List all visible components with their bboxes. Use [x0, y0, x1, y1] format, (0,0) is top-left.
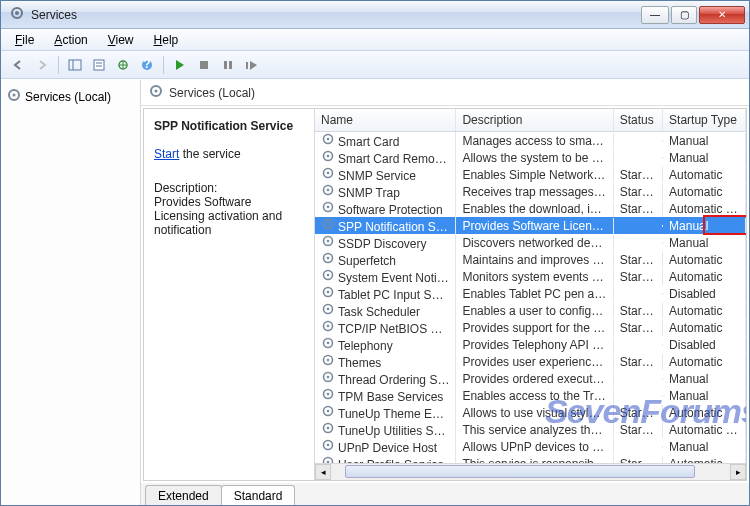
cell-startup: Automatic — [663, 167, 746, 183]
list-pane: Name Description Status Startup Type Sev… — [314, 109, 746, 480]
service-icon — [321, 234, 335, 251]
scroll-left-arrow[interactable]: ◂ — [315, 464, 331, 480]
scroll-thumb[interactable] — [345, 465, 695, 478]
service-icon — [321, 319, 335, 336]
service-row[interactable]: SNMP ServiceEnables Simple Network Man..… — [315, 166, 746, 183]
column-description[interactable]: Description — [456, 109, 613, 131]
export-button[interactable] — [112, 54, 134, 76]
cell-description: Provides ordered execution fo... — [456, 371, 613, 387]
service-row[interactable]: User Profile ServiceThis service is resp… — [315, 455, 746, 463]
toolbar-separator — [58, 56, 59, 74]
menu-file[interactable]: File — [7, 31, 42, 49]
cell-status — [614, 140, 663, 142]
service-icon — [321, 166, 335, 183]
svg-point-16 — [155, 90, 158, 93]
column-headers[interactable]: Name Description Status Startup Type — [315, 109, 746, 132]
titlebar[interactable]: Services — ▢ ✕ — [1, 1, 749, 29]
menu-view[interactable]: View — [100, 31, 142, 49]
cell-status: Started — [614, 269, 663, 285]
help-button[interactable]: ? — [136, 54, 158, 76]
cell-startup: Disabled — [663, 337, 746, 353]
svg-rect-11 — [229, 61, 232, 69]
service-row[interactable]: TCP/IP NetBIOS HelperProvides support fo… — [315, 319, 746, 336]
service-row[interactable]: TuneUp Theme ExtensionAllows to use visu… — [315, 404, 746, 421]
column-status[interactable]: Status — [614, 109, 663, 131]
service-icon — [321, 149, 335, 166]
cell-description: Monitors system events and ... — [456, 269, 613, 285]
svg-point-1 — [15, 11, 19, 15]
svg-rect-10 — [224, 61, 227, 69]
cell-description: Provides support for the NetB... — [456, 320, 613, 336]
svg-point-14 — [13, 94, 16, 97]
menu-action[interactable]: Action — [46, 31, 95, 49]
service-row[interactable]: UPnP Device HostAllows UPnP devices to b… — [315, 438, 746, 455]
service-row[interactable]: Software ProtectionEnables the download,… — [315, 200, 746, 217]
svg-point-26 — [327, 206, 330, 209]
service-row[interactable]: TPM Base ServicesEnables access to the T… — [315, 387, 746, 404]
cell-description: Enables Tablet PC pen and in... — [456, 286, 613, 302]
back-button[interactable] — [7, 54, 29, 76]
service-row[interactable]: SNMP TrapReceives trap messages gener...… — [315, 183, 746, 200]
service-icon — [321, 455, 335, 463]
tab-extended[interactable]: Extended — [145, 485, 222, 505]
minimize-button[interactable]: — — [641, 6, 669, 24]
cell-description: Maintains and improves syste... — [456, 252, 613, 268]
forward-button[interactable] — [31, 54, 53, 76]
stop-service-button[interactable] — [193, 54, 215, 76]
properties-button[interactable] — [88, 54, 110, 76]
show-hide-tree-button[interactable] — [64, 54, 86, 76]
svg-rect-4 — [94, 60, 104, 70]
svg-point-34 — [327, 274, 330, 277]
cell-status — [614, 157, 663, 159]
cell-startup: Manual — [663, 218, 746, 234]
close-button[interactable]: ✕ — [699, 6, 745, 24]
cell-description: Provides user experience the... — [456, 354, 613, 370]
detail-pane: SPP Notification Service Start the servi… — [144, 109, 314, 480]
service-list[interactable]: SevenForums Smart CardManages access to … — [315, 132, 746, 463]
services-icon — [7, 88, 21, 105]
service-row[interactable]: TelephonyProvides Telephony API (TAPI...… — [315, 336, 746, 353]
service-row[interactable]: Task SchedulerEnables a user to configur… — [315, 302, 746, 319]
service-row[interactable]: SPP Notification ServiceProvides Softwar… — [315, 217, 746, 234]
restart-service-button[interactable] — [241, 54, 263, 76]
scroll-right-arrow[interactable]: ▸ — [730, 464, 746, 480]
svg-point-36 — [327, 291, 330, 294]
body-area: Services (Local) Services (Local) SPP No… — [1, 79, 749, 505]
start-service-link[interactable]: Start — [154, 147, 179, 161]
service-row[interactable]: Thread Ordering ServerProvides ordered e… — [315, 370, 746, 387]
service-row[interactable]: Tablet PC Input ServiceEnables Tablet PC… — [315, 285, 746, 302]
service-row[interactable]: Smart CardManages access to smart car...… — [315, 132, 746, 149]
column-startup-type[interactable]: Startup Type — [663, 109, 746, 131]
pause-service-button[interactable] — [217, 54, 239, 76]
cell-description: Enables Simple Network Man... — [456, 167, 613, 183]
cell-status: Started — [614, 354, 663, 370]
cell-status — [614, 293, 663, 295]
service-icon — [321, 370, 335, 387]
horizontal-scrollbar[interactable]: ◂ ▸ — [315, 463, 746, 480]
service-row[interactable]: ThemesProvides user experience the...Sta… — [315, 353, 746, 370]
cell-startup: Automatic — [663, 184, 746, 200]
service-row[interactable]: SSDP DiscoveryDiscovers networked device… — [315, 234, 746, 251]
cell-startup: Automatic — [663, 405, 746, 421]
service-row[interactable]: SuperfetchMaintains and improves syste..… — [315, 251, 746, 268]
tree-pane[interactable]: Services (Local) — [1, 80, 141, 505]
cell-description: Provides Software Licensing a... — [456, 218, 613, 234]
service-row[interactable]: Smart Card Removal PolicyAllows the syst… — [315, 149, 746, 166]
maximize-button[interactable]: ▢ — [671, 6, 697, 24]
cell-description: Receives trap messages gener... — [456, 184, 613, 200]
tab-standard[interactable]: Standard — [221, 485, 296, 505]
tree-root-services-local[interactable]: Services (Local) — [5, 86, 136, 107]
service-row[interactable]: System Event Notification Se...Monitors … — [315, 268, 746, 285]
service-row[interactable]: TuneUp Utilities ServiceThis service ana… — [315, 421, 746, 438]
column-name[interactable]: Name — [315, 109, 456, 131]
start-service-button[interactable] — [169, 54, 191, 76]
cell-description: Enables access to the Trusted ... — [456, 388, 613, 404]
toolbar: ? — [1, 51, 749, 79]
menu-help[interactable]: Help — [146, 31, 187, 49]
cell-status: Started — [614, 252, 663, 268]
cell-startup: Automatic (D... — [663, 422, 746, 438]
cell-startup: Manual — [663, 235, 746, 251]
content-area: SPP Notification Service Start the servi… — [143, 108, 747, 481]
cell-startup: Automatic — [663, 303, 746, 319]
service-icon — [321, 336, 335, 353]
